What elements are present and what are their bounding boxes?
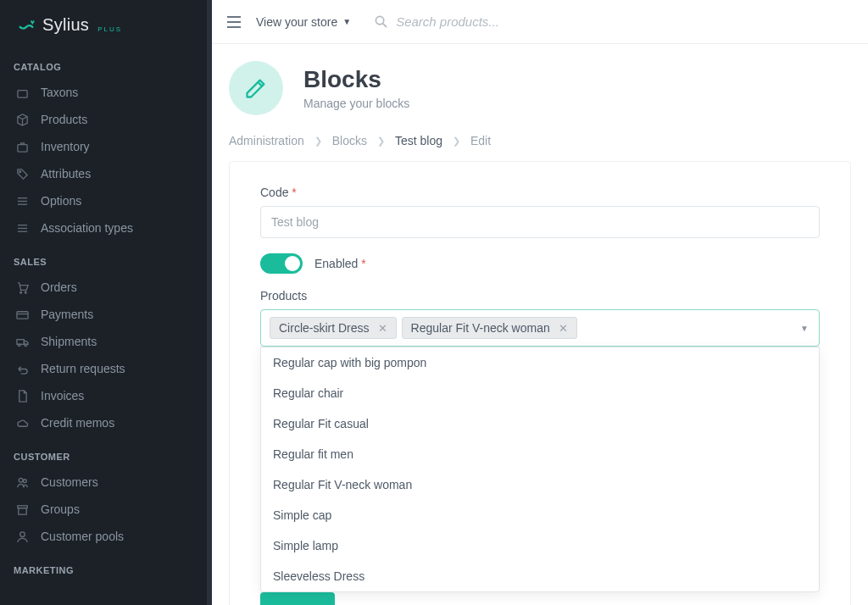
sidebar-item-credit-memos[interactable]: Credit memos xyxy=(0,409,212,436)
sidebar-scrollbar[interactable] xyxy=(207,0,212,605)
code-label: Code * xyxy=(260,186,820,199)
svg-rect-0 xyxy=(17,90,26,97)
menu-toggle-icon[interactable] xyxy=(227,16,241,28)
dropdown-option[interactable]: Regular cap with big pompon xyxy=(261,347,819,378)
svg-rect-21 xyxy=(227,16,241,18)
tag-label: Circle-skirt Dress xyxy=(279,321,370,335)
sidebar-item-groups[interactable]: Groups xyxy=(0,496,212,523)
svg-point-2 xyxy=(19,170,20,172)
svg-rect-11 xyxy=(16,311,27,318)
section-title: CUSTOMER xyxy=(0,436,212,469)
view-store-label: View your store xyxy=(256,15,337,29)
dropdown-option[interactable]: Regular fit men xyxy=(261,439,819,469)
cloud-icon xyxy=(15,416,29,430)
save-button[interactable] xyxy=(260,592,335,605)
sidebar-item-label: Shipments xyxy=(41,335,97,348)
tag-label: Regular Fit V-neck woman xyxy=(411,321,550,335)
sidebar-item-return-requests[interactable]: Return requests xyxy=(0,355,212,382)
page-subtitle: Manage your blocks xyxy=(303,97,409,110)
sidebar-item-label: Groups xyxy=(41,502,80,516)
page-title: Blocks xyxy=(303,66,409,93)
sidebar-item-products[interactable]: Products xyxy=(0,106,212,133)
sidebar-item-orders[interactable]: Orders xyxy=(0,274,212,301)
file-icon xyxy=(15,389,29,402)
sidebar-item-invoices[interactable]: Invoices xyxy=(0,382,212,409)
sidebar-item-label: Customers xyxy=(41,475,98,489)
dropdown-option[interactable]: Regular chair xyxy=(261,378,819,408)
folder-icon xyxy=(15,86,29,99)
section-title: CATALOG xyxy=(0,47,212,79)
sidebar-item-payments[interactable]: Payments xyxy=(0,301,212,328)
products-multiselect[interactable]: Circle-skirt Dress✕Regular Fit V-neck wo… xyxy=(260,309,820,347)
section-title: SALES xyxy=(0,241,212,274)
cube-icon xyxy=(15,113,29,126)
product-tag: Circle-skirt Dress✕ xyxy=(270,317,397,339)
svg-line-25 xyxy=(383,24,387,27)
sidebar-item-association-types[interactable]: Association types xyxy=(0,214,212,241)
breadcrumb-item[interactable]: Administration xyxy=(229,134,304,147)
briefcase-icon xyxy=(15,140,29,153)
sidebar-item-inventory[interactable]: Inventory xyxy=(0,133,212,160)
sidebar-item-label: Taxons xyxy=(41,86,78,99)
search-input[interactable] xyxy=(396,14,616,29)
svg-point-10 xyxy=(25,291,26,293)
sidebar-item-label: Products xyxy=(41,113,87,126)
archive-icon xyxy=(15,502,29,516)
sidebar-item-options[interactable]: Options xyxy=(0,187,212,214)
enabled-toggle[interactable] xyxy=(260,253,303,274)
search-wrap xyxy=(375,14,616,29)
dropdown-option[interactable]: Simple cap xyxy=(261,500,819,530)
sidebar-item-label: Return requests xyxy=(41,362,125,375)
products-dropdown: Regular cap with big pomponRegular chair… xyxy=(260,347,820,592)
svg-rect-22 xyxy=(227,21,241,23)
sidebar-item-label: Inventory xyxy=(41,140,90,153)
chevron-right-icon: ❯ xyxy=(314,136,322,147)
sidebar: Sylius PLUS CATALOGTaxonsProductsInvento… xyxy=(0,0,212,605)
undo-icon xyxy=(15,362,29,375)
dropdown-option[interactable]: Regular Fit casual xyxy=(261,408,819,439)
logo-suffix: PLUS xyxy=(97,25,122,33)
breadcrumb-item[interactable]: Test blog xyxy=(395,134,442,147)
breadcrumb: Administration❯Blocks❯Test blog❯Edit xyxy=(212,120,868,161)
sidebar-item-customers[interactable]: Customers xyxy=(0,469,212,496)
breadcrumb-item[interactable]: Blocks xyxy=(332,134,367,147)
sidebar-item-label: Options xyxy=(41,194,81,208)
svg-point-24 xyxy=(376,16,384,24)
user-icon xyxy=(15,530,29,543)
topbar: View your store ▼ xyxy=(212,0,868,44)
dropdown-option[interactable]: Simple lamp xyxy=(261,530,819,561)
code-input[interactable] xyxy=(260,206,820,238)
chevron-right-icon: ❯ xyxy=(453,136,460,147)
sidebar-item-attributes[interactable]: Attributes xyxy=(0,160,212,187)
list-icon xyxy=(15,221,29,235)
close-icon[interactable]: ✕ xyxy=(559,322,568,335)
truck-icon xyxy=(15,335,29,348)
sidebar-item-taxons[interactable]: Taxons xyxy=(0,79,212,106)
logo[interactable]: Sylius PLUS xyxy=(0,0,212,47)
users-icon xyxy=(15,475,29,489)
sidebar-item-label: Invoices xyxy=(41,389,84,402)
dropdown-option[interactable]: Sleeveless Dress xyxy=(261,561,819,591)
breadcrumb-item: Edit xyxy=(470,134,491,147)
sidebar-item-customer-pools[interactable]: Customer pools xyxy=(0,523,212,550)
sidebar-item-label: Customer pools xyxy=(41,530,124,543)
chevron-right-icon: ❯ xyxy=(377,136,385,147)
svg-point-9 xyxy=(19,291,21,293)
sidebar-item-label: Credit memos xyxy=(41,416,114,430)
main: View your store ▼ Blocks Manage your blo… xyxy=(212,0,868,605)
svg-rect-23 xyxy=(227,26,241,28)
close-icon[interactable]: ✕ xyxy=(378,322,387,335)
logo-icon xyxy=(17,16,36,35)
edit-icon xyxy=(229,61,283,115)
view-store-dropdown[interactable]: View your store ▼ xyxy=(256,15,351,29)
sidebar-item-label: Orders xyxy=(41,280,77,294)
sidebar-item-shipments[interactable]: Shipments xyxy=(0,328,212,355)
sidebar-item-label: Association types xyxy=(41,221,133,235)
sidebar-item-label: Payments xyxy=(41,308,93,321)
section-title: MARKETING xyxy=(0,550,212,582)
tags-icon xyxy=(15,167,29,180)
svg-point-16 xyxy=(19,478,23,482)
dropdown-option[interactable]: Regular Fit V-neck woman xyxy=(261,469,819,500)
sidebar-nav: CATALOGTaxonsProductsInventoryAttributes… xyxy=(0,47,212,582)
page-header: Blocks Manage your blocks xyxy=(212,44,868,120)
